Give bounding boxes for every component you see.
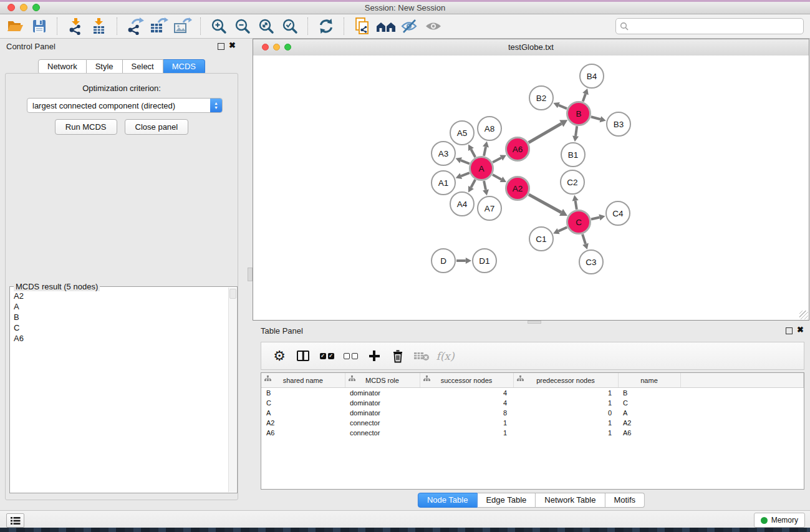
tab-motifs[interactable]: Motifs	[605, 493, 645, 508]
edge-C-C3[interactable]	[582, 235, 589, 249]
network-from-selection-button[interactable]	[352, 16, 372, 37]
node-A2[interactable]: A2	[506, 177, 529, 200]
node-A4[interactable]: A4	[450, 192, 474, 216]
edge-A-A1[interactable]	[456, 173, 470, 179]
node-A6[interactable]: A6	[506, 138, 529, 161]
list-item[interactable]: A2	[10, 291, 228, 301]
list-item[interactable]: B	[10, 312, 228, 322]
column-header-name[interactable]: name	[618, 373, 680, 388]
close-panel-icon[interactable]: ✖	[797, 326, 804, 334]
node-A3[interactable]: A3	[432, 142, 455, 165]
zoom-in-button[interactable]	[209, 16, 229, 37]
table-row[interactable]: Bdominator41B	[261, 388, 804, 399]
edge-A-A2[interactable]	[493, 175, 506, 182]
node-C[interactable]: C	[567, 211, 591, 234]
tab-network-table[interactable]: Network Table	[536, 493, 605, 508]
function-builder-button[interactable]: f(x)	[435, 345, 456, 367]
toolbar-search-field[interactable]	[615, 18, 804, 34]
list-item[interactable]: A6	[10, 333, 228, 344]
column-header-mcds-role[interactable]: MCDS role	[345, 373, 420, 388]
edge-B-B1[interactable]	[572, 126, 579, 142]
export-table-button[interactable]	[149, 16, 169, 37]
tab-edge-table[interactable]: Edge Table	[477, 493, 536, 508]
table-row[interactable]: Adominator80A	[261, 408, 804, 418]
edge-B-B2[interactable]	[553, 102, 567, 109]
show-hidden-button[interactable]	[423, 16, 443, 37]
column-header-predecessor-nodes[interactable]: predecessor nodes	[513, 373, 618, 388]
node-A7[interactable]: A7	[478, 196, 501, 220]
node-C3[interactable]: C3	[579, 250, 603, 274]
table-row[interactable]: A6connector11A6	[261, 428, 804, 438]
node-B2[interactable]: B2	[529, 86, 553, 110]
close-panel-button[interactable]: Close panel	[125, 119, 189, 135]
zoom-out-button[interactable]	[233, 16, 253, 37]
add-column-button[interactable]	[364, 345, 385, 367]
edge-B-B4[interactable]	[582, 89, 589, 102]
node-A[interactable]: A	[470, 157, 493, 180]
list-item[interactable]: C	[10, 322, 228, 333]
column-header-shared-name[interactable]: shared name	[261, 373, 345, 388]
zoom-fit-button[interactable]	[256, 16, 276, 37]
result-scrollbar[interactable]	[228, 288, 236, 492]
edge-C-C4[interactable]	[591, 215, 605, 221]
edge-A6-B[interactable]	[529, 120, 568, 142]
edge-A-A6[interactable]	[493, 155, 506, 163]
table-row[interactable]: A2connector11A2	[261, 418, 804, 428]
edge-B-B3[interactable]	[591, 116, 606, 122]
close-panel-icon[interactable]: ✖	[229, 41, 236, 50]
edge-A-A3[interactable]	[456, 157, 470, 163]
edge-A-A4[interactable]	[468, 180, 475, 193]
float-panel-icon[interactable]	[218, 43, 224, 50]
network-canvas[interactable]: A5A8A3A1A4A7AA6A2BB2B4B3B1CC2C4C1C3DD1	[253, 56, 809, 320]
column-header-successor-nodes[interactable]: successor nodes	[420, 373, 513, 388]
edge-A-A7[interactable]	[483, 181, 489, 195]
list-item[interactable]: A	[10, 301, 228, 312]
node-D1[interactable]: D1	[473, 249, 496, 273]
task-history-button[interactable]	[6, 513, 24, 528]
deselect-all-columns-button[interactable]	[340, 345, 361, 367]
node-C1[interactable]: C1	[529, 227, 553, 251]
edge-A-A5[interactable]	[468, 144, 475, 157]
criterion-dropdown[interactable]: largest connected component (directed) ▲…	[27, 98, 223, 113]
node-B3[interactable]: B3	[607, 112, 630, 136]
hide-selected-button[interactable]	[400, 16, 420, 37]
node-B[interactable]: B	[567, 102, 591, 125]
node-C4[interactable]: C4	[606, 201, 630, 225]
show-all-networks-button[interactable]	[376, 16, 396, 37]
node-A8[interactable]: A8	[478, 117, 501, 140]
edge-C-C1[interactable]	[553, 227, 567, 234]
open-session-button[interactable]	[6, 16, 26, 37]
node-B1[interactable]: B1	[561, 143, 585, 167]
split-columns-button[interactable]	[292, 345, 314, 367]
tab-network[interactable]: Network	[38, 59, 87, 74]
window-resize-grip[interactable]	[799, 311, 808, 319]
tab-node-table[interactable]: Node Table	[418, 493, 478, 508]
table-settings-button[interactable]: ⚙	[269, 345, 290, 367]
export-network-button[interactable]	[125, 16, 145, 37]
select-all-columns-button[interactable]: ✓✓	[316, 345, 337, 367]
node-A1[interactable]: A1	[432, 171, 455, 195]
float-panel-icon[interactable]	[786, 327, 793, 334]
edge-A-A8[interactable]	[483, 142, 489, 156]
table-row[interactable]: Cdominator41C	[261, 398, 804, 408]
import-network-button[interactable]	[65, 16, 85, 37]
vertical-splitter-handle[interactable]	[248, 268, 253, 281]
export-image-button[interactable]	[173, 16, 193, 37]
search-input[interactable]	[629, 21, 803, 31]
save-session-button[interactable]	[29, 16, 49, 37]
delete-column-button[interactable]	[387, 345, 408, 367]
node-B4[interactable]: B4	[580, 64, 604, 88]
run-mcds-button[interactable]: Run MCDS	[55, 119, 117, 135]
refresh-layout-button[interactable]	[316, 16, 336, 37]
node-A5[interactable]: A5	[450, 121, 474, 145]
edge-C-C2[interactable]	[572, 195, 579, 210]
node-D[interactable]: D	[432, 249, 455, 273]
tab-style[interactable]: Style	[87, 59, 123, 74]
memory-button[interactable]: Memory	[754, 513, 805, 528]
import-table-button[interactable]	[89, 16, 109, 37]
zoom-selected-button[interactable]	[280, 16, 300, 37]
tab-select[interactable]: Select	[123, 59, 163, 74]
tab-mcds[interactable]: MCDS	[163, 59, 205, 74]
edge-D-D1[interactable]	[456, 258, 471, 264]
delete-table-button[interactable]	[411, 345, 432, 367]
